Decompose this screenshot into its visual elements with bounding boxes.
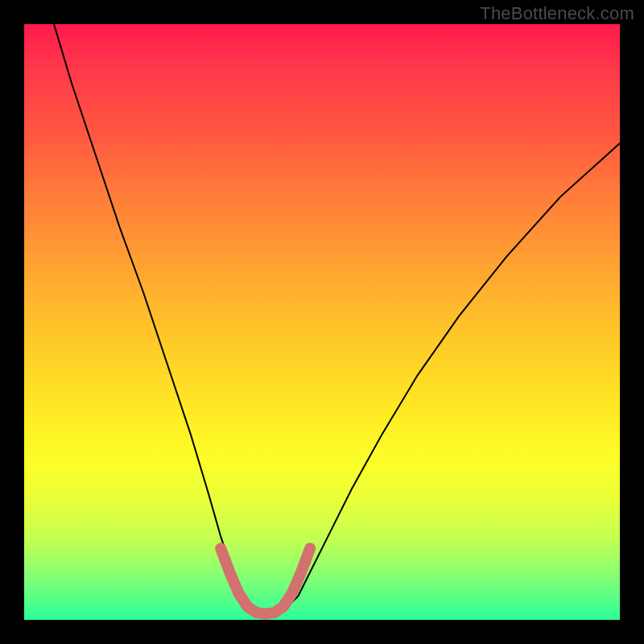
chart-frame: TheBottleneck.com — [0, 0, 644, 644]
chart-svg — [24, 24, 620, 620]
highlight-basin — [221, 548, 310, 613]
watermark-text: TheBottleneck.com — [480, 3, 634, 24]
chart-plot-area — [24, 24, 620, 620]
bottleneck-curve — [54, 24, 620, 614]
